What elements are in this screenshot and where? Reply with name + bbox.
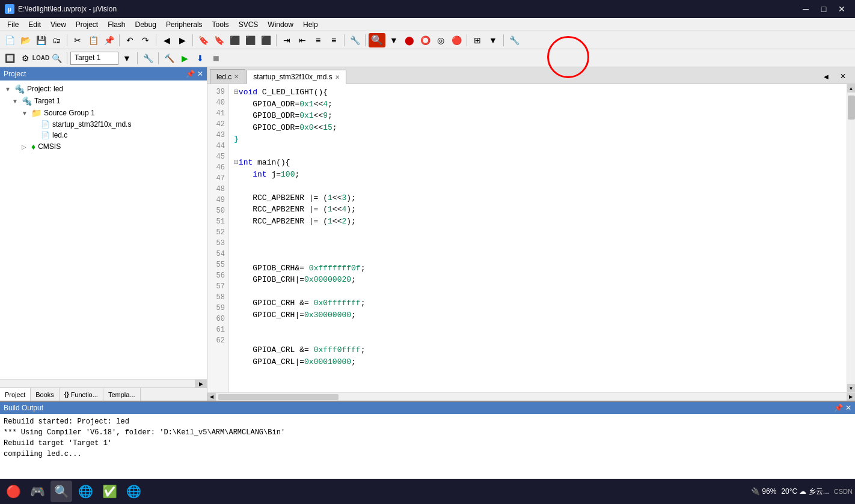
build-line-2: *** Using Compiler 'V6.18', folder: 'D:\…	[4, 427, 851, 438]
nav-fwd-button[interactable]: ▶	[175, 33, 189, 47]
nav-back-button[interactable]: ◀	[159, 33, 174, 47]
menu-window[interactable]: Window	[263, 19, 298, 30]
indent-inc-button[interactable]: ⇥	[280, 33, 294, 47]
build-output-close[interactable]: ✕	[845, 404, 851, 412]
search-dropdown-button[interactable]: ▼	[387, 33, 401, 47]
taskbar-icon-antivirus[interactable]: 🔴	[2, 481, 24, 502]
editor-v-scrollbar[interactable]: ▲ ▼	[847, 84, 855, 392]
build-chip-button[interactable]: 🔲	[2, 51, 17, 65]
build-button[interactable]: 🔨	[162, 51, 176, 65]
menu-file[interactable]: File	[2, 19, 23, 30]
paste-button[interactable]: 📌	[102, 33, 116, 47]
menu-tools[interactable]: Tools	[207, 19, 234, 30]
tab-startup-close[interactable]: ✕	[335, 74, 340, 80]
led-file-item[interactable]: 📄 led.c	[2, 130, 204, 141]
panel-tab-books[interactable]: Books	[31, 388, 60, 401]
h-scroll-track[interactable]	[216, 393, 847, 401]
bookmark1-button[interactable]: 🔖	[196, 33, 210, 47]
panel-scroll-right[interactable]: ▶	[195, 380, 207, 387]
h-scroll-left[interactable]: ◀	[207, 393, 216, 401]
save-button[interactable]: 💾	[34, 33, 48, 47]
scroll-up-button[interactable]: ▲	[847, 84, 855, 93]
panel-title-icons: 📌 ✕	[186, 70, 203, 78]
download-button[interactable]: ⬇	[193, 51, 207, 65]
scroll-thumb[interactable]	[848, 96, 855, 120]
panel-close-button[interactable]: ✕	[197, 70, 203, 78]
project-root-item[interactable]: ▼ 🔩 Project: led	[2, 83, 204, 95]
startup-file-item[interactable]: 📄 startup_stm32f10x_md.s	[2, 119, 204, 130]
bookmark5-button[interactable]: ⬛	[259, 33, 273, 47]
code-content[interactable]: ⊟void C_LED_LIGHT(){ GPIOA_ODR=0x1<<4; G…	[229, 84, 847, 392]
taskbar-icon-edge[interactable]: 🌐	[75, 481, 96, 502]
bookmark3-button[interactable]: ⬛	[227, 33, 242, 47]
config-button[interactable]: ⚙	[18, 51, 32, 65]
build-output-pin[interactable]: 📌	[834, 404, 843, 412]
scroll-track[interactable]	[847, 93, 855, 384]
target-config-button[interactable]: 🔧	[141, 51, 155, 65]
h-scroll-right[interactable]: ▶	[847, 393, 855, 401]
project-panel-titlebar: Project 📌 ✕	[0, 67, 207, 80]
search-in-files-button[interactable]: 🔍	[369, 33, 385, 47]
cut-button[interactable]: ✂	[70, 33, 85, 47]
undo-button[interactable]: ↶	[123, 33, 137, 47]
menu-flash[interactable]: Flash	[103, 19, 130, 30]
tool1-button[interactable]: 🔧	[348, 33, 362, 47]
debug-config-button[interactable]: 🔴	[449, 33, 464, 47]
scroll-down-button[interactable]: ▼	[847, 384, 855, 392]
panel-tab-project[interactable]: Project	[0, 388, 31, 401]
menu-peripherals[interactable]: Peripherals	[161, 19, 207, 30]
tab-led-c-close[interactable]: ✕	[234, 73, 239, 80]
align2-button[interactable]: ≡	[326, 33, 341, 47]
load-button[interactable]: LOAD	[34, 51, 48, 65]
taskbar-icon-steam[interactable]: 🎮	[26, 481, 48, 502]
panel-tab-functions[interactable]: {} Functio...	[60, 388, 103, 401]
debug-toggle-button[interactable]: 🔍	[49, 51, 64, 65]
menu-project[interactable]: Project	[71, 19, 103, 30]
taskbar-icon-todo[interactable]: ✅	[99, 481, 120, 502]
tab-led-c[interactable]: led.c ✕	[210, 69, 245, 83]
cmsis-item[interactable]: ▷ ♦ CMSIS	[2, 141, 204, 153]
taskbar-icon-edge2[interactable]: 🌐	[123, 481, 144, 502]
redo-button[interactable]: ↷	[138, 33, 153, 47]
panel-h-scrollbar[interactable]: ▶	[0, 379, 207, 387]
panel-tab-templates[interactable]: Templa...	[103, 388, 141, 401]
settings-button[interactable]: 🔧	[507, 33, 521, 47]
bookmark4-button[interactable]: ⬛	[243, 33, 257, 47]
bottom-scrollbar[interactable]: ◀ ▶	[207, 392, 855, 401]
bookmark2-button[interactable]: 🔖	[212, 33, 226, 47]
stop-build-button[interactable]: ⏹	[209, 51, 223, 65]
tab-close-all[interactable]: ✕	[836, 69, 850, 83]
minimize-button[interactable]: ─	[797, 3, 814, 15]
menu-svcs[interactable]: SVCS	[234, 19, 263, 30]
source-group-item[interactable]: ▼ 📁 Source Group 1	[2, 107, 204, 119]
close-button[interactable]: ✕	[833, 3, 850, 15]
menu-edit[interactable]: Edit	[23, 19, 46, 30]
temperature-label: 20°C	[781, 487, 797, 496]
h-scroll-thumb[interactable]	[218, 394, 339, 400]
save-all-button[interactable]: 🗂	[49, 33, 64, 47]
view-toggle-button[interactable]: ⊞	[470, 33, 485, 47]
align1-button[interactable]: ≡	[311, 33, 325, 47]
source-group-label: Source Group 1	[44, 109, 95, 117]
tab-scroll-left[interactable]: ◀	[819, 69, 833, 83]
taskbar-icon-search[interactable]: 🔍	[51, 481, 72, 502]
new-file-button[interactable]: 📄	[2, 33, 17, 47]
target-item[interactable]: ▼ 🔩 Target 1	[2, 95, 204, 107]
view-dropdown-button[interactable]: ▼	[486, 33, 500, 47]
open-button[interactable]: 📂	[18, 33, 32, 47]
target-label[interactable]: Target 1	[70, 52, 118, 65]
tab-startup[interactable]: startup_stm32f10x_md.s ✕	[247, 70, 346, 84]
breakpoint-button[interactable]: ⬤	[402, 33, 417, 47]
build-all-button[interactable]: ▶	[177, 51, 192, 65]
panel-pin-button[interactable]: 📌	[186, 70, 195, 78]
target-dropdown-arrow[interactable]: ▼	[120, 51, 134, 65]
menu-help[interactable]: Help	[298, 19, 323, 30]
copy-button[interactable]: 📋	[86, 33, 100, 47]
maximize-button[interactable]: □	[815, 3, 832, 15]
stop-button[interactable]: ⭕	[418, 33, 432, 47]
step-button[interactable]: ◎	[434, 33, 448, 47]
menu-debug[interactable]: Debug	[130, 19, 161, 30]
indent-dec-button[interactable]: ⇤	[295, 33, 310, 47]
menu-view[interactable]: View	[46, 19, 71, 30]
target-dropdown[interactable]: Target 1 ▼	[70, 51, 134, 65]
